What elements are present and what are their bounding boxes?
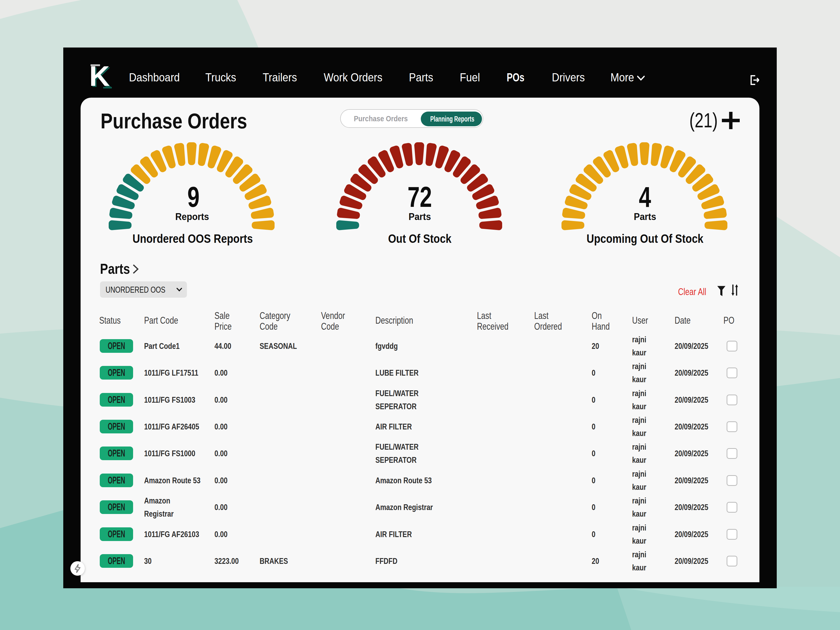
svg-text:9: 9 (188, 181, 200, 213)
svg-text:4: 4 (639, 181, 651, 213)
svg-text:Upcoming Out Of Stock: Upcoming Out Of Stock (586, 232, 704, 245)
svg-text:Parts: Parts (634, 211, 656, 222)
svg-text:Parts: Parts (409, 211, 431, 222)
svg-text:72: 72 (408, 181, 432, 213)
svg-text:Unordered OOS Reports: Unordered OOS Reports (133, 232, 253, 245)
svg-text:Reports: Reports (175, 211, 209, 222)
svg-text:Out Of Stock: Out Of Stock (388, 232, 452, 245)
